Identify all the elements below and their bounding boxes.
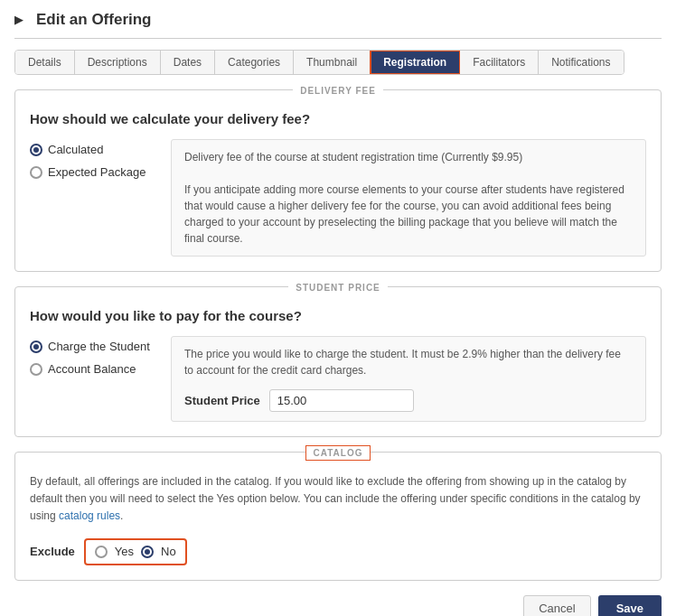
catalog-section: CATALOG By default, all offerings are in…	[14, 452, 662, 581]
radio-exclude-no-dot[interactable]	[141, 546, 154, 558]
tab-notifications[interactable]: Notifications	[539, 51, 623, 74]
tab-thumbnail[interactable]: Thumbnail	[294, 51, 371, 74]
exclude-row: Exclude Yes No	[30, 538, 646, 566]
page-title-icon: ▶	[14, 13, 29, 27]
exclude-label: Exclude	[30, 543, 75, 562]
radio-charge-student-dot[interactable]	[30, 341, 42, 353]
radio-expected-package[interactable]: Expected Package	[30, 165, 156, 179]
radio-charge-student-label: Charge the Student	[48, 340, 150, 353]
page-title: Edit an Offering	[36, 11, 152, 29]
tab-bar: Details Descriptions Dates Categories Th…	[14, 50, 624, 75]
radio-charge-student[interactable]: Charge the Student	[30, 340, 156, 353]
radio-expected-package-label: Expected Package	[48, 165, 146, 179]
tab-dates[interactable]: Dates	[161, 51, 215, 74]
radio-exclude-yes-dot[interactable]	[95, 546, 108, 558]
delivery-fee-info-line1: Delivery fee of the course at student re…	[184, 149, 633, 165]
price-row: Student Price	[184, 389, 633, 412]
radio-account-balance-label: Account Balance	[48, 362, 136, 376]
button-row: Cancel Save	[14, 595, 662, 616]
delivery-fee-info: Delivery fee of the course at student re…	[171, 139, 646, 257]
radio-calculated-label: Calculated	[48, 143, 103, 156]
radio-expected-package-dot[interactable]	[30, 166, 42, 179]
catalog-body-text: By default, all offerings are included i…	[30, 475, 641, 522]
catalog-rules-link[interactable]: catalog rules	[59, 509, 120, 522]
delivery-fee-options: Calculated Expected Package	[30, 139, 156, 257]
delivery-fee-question: How should we calculate your delivery fe…	[30, 111, 646, 126]
student-price-label: STUDENT PRICE	[288, 283, 388, 293]
catalog-label: CATALOG	[305, 445, 371, 461]
cancel-button[interactable]: Cancel	[523, 595, 590, 616]
student-price-info: The price you would like to charge the s…	[171, 336, 646, 422]
radio-calculated-dot[interactable]	[30, 144, 42, 156]
student-price-question: How would you like to pay for the course…	[30, 308, 646, 323]
tab-details[interactable]: Details	[15, 51, 75, 74]
price-label: Student Price	[184, 392, 260, 410]
student-price-options: Charge the Student Account Balance	[30, 336, 156, 422]
delivery-fee-section: DELIVERY FEE How should we calculate you…	[14, 89, 662, 272]
price-input[interactable]	[269, 389, 414, 412]
student-price-info-text: The price you would like to charge the s…	[184, 346, 633, 378]
tab-registration[interactable]: Registration	[371, 51, 460, 74]
save-button[interactable]: Save	[598, 595, 662, 616]
exclude-options: Yes No	[84, 538, 187, 566]
radio-account-balance-dot[interactable]	[30, 363, 42, 376]
radio-calculated[interactable]: Calculated	[30, 143, 156, 156]
delivery-fee-label: DELIVERY FEE	[293, 86, 383, 96]
radio-exclude-yes-label: Yes	[115, 543, 134, 562]
radio-exclude-no-label: No	[161, 543, 176, 562]
radio-account-balance[interactable]: Account Balance	[30, 362, 156, 376]
catalog-body: By default, all offerings are included i…	[15, 462, 661, 580]
delivery-fee-info-line2: If you anticipate adding more course ele…	[184, 182, 633, 247]
tab-facilitators[interactable]: Facilitators	[460, 51, 539, 74]
tab-descriptions[interactable]: Descriptions	[75, 51, 161, 74]
tab-categories[interactable]: Categories	[215, 51, 294, 74]
page-header: ▶ Edit an Offering	[14, 7, 662, 39]
student-price-section: STUDENT PRICE How would you like to pay …	[14, 286, 662, 437]
